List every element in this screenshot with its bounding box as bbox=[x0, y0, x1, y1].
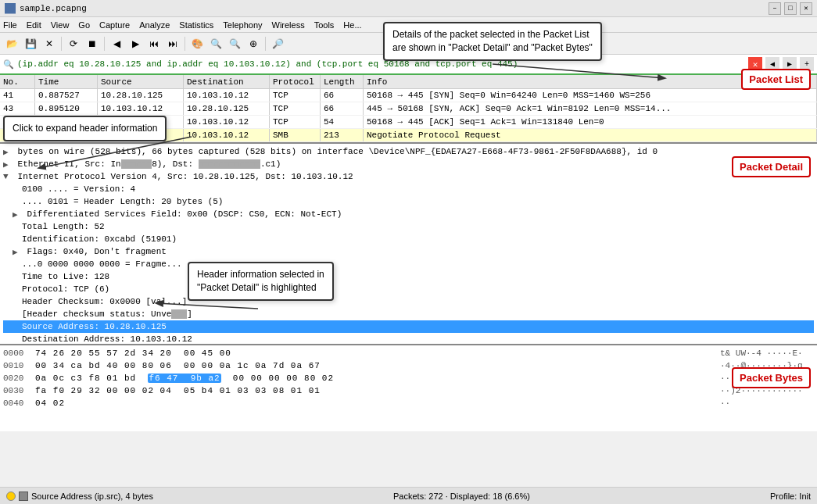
detail-line-ethernet[interactable]: ▶ Ethernet II, Src: In■■■■■■8), Dst: ■■■… bbox=[3, 158, 814, 170]
bytes-hex: 0a 0c c3 f8 01 bd f6 47 9b a2 00 00 00 0… bbox=[35, 374, 715, 383]
menu-tools[interactable]: Tools bbox=[314, 20, 335, 30]
tb-zoom-in[interactable]: 🔍 bbox=[207, 35, 224, 52]
menu-edit[interactable]: Edit bbox=[27, 20, 41, 30]
detail-line-fragoffset[interactable]: ...0 0000 0000 0000 = Fragme... bbox=[3, 258, 814, 270]
tb-back[interactable]: ◀ bbox=[108, 35, 125, 52]
maximize-button[interactable]: □ bbox=[784, 2, 797, 15]
detail-line-ipv4[interactable]: ▼ Internet Protocol Version 4, Src: 10.2… bbox=[3, 170, 814, 183]
pkt-dst: 10.103.10.12 bbox=[184, 89, 270, 102]
status-dot-yellow bbox=[6, 491, 16, 501]
detail-line-dscp[interactable]: ▶ Differentiated Services Field: 0x00 (D… bbox=[3, 208, 814, 220]
col-header-no[interactable]: No. bbox=[0, 75, 35, 88]
detail-text: 0100 .... = Version: 4 bbox=[22, 184, 135, 194]
window-title: sample.pcapng bbox=[20, 4, 87, 13]
pkt-no: 41 bbox=[0, 89, 35, 102]
table-row[interactable]: 41 0.887527 10.28.10.125 10.103.10.12 TC… bbox=[0, 89, 817, 102]
pkt-src: 10.103.10.12 bbox=[98, 102, 184, 115]
tb-open[interactable]: 📂 bbox=[3, 35, 20, 52]
menu-view[interactable]: View bbox=[51, 20, 70, 30]
detail-text: Total Length: 52 bbox=[22, 222, 105, 231]
tb-stop[interactable]: ⏹ bbox=[84, 35, 101, 52]
pkt-proto: TCP bbox=[270, 116, 321, 128]
tb-zoom-normal[interactable]: ⊕ bbox=[245, 35, 262, 52]
expand-icon: ▶ bbox=[13, 209, 22, 220]
col-header-source[interactable]: Source bbox=[98, 75, 184, 88]
detail-line-totlen[interactable]: Total Length: 52 bbox=[3, 220, 814, 233]
packet-list-header: No. Time Source Destination Protocol Len… bbox=[0, 75, 817, 89]
tb-first[interactable]: ⏮ bbox=[145, 35, 163, 52]
detail-line-checksum-status[interactable]: [Header checksum status: Unve■■■] bbox=[3, 308, 814, 320]
menu-help[interactable]: He... bbox=[343, 20, 361, 30]
detail-spacer bbox=[13, 184, 22, 194]
tb-forward[interactable]: ▶ bbox=[127, 35, 144, 52]
detail-text: bytes on wire (528 bits), 66 bytes captu… bbox=[13, 147, 658, 156]
pkt-proto: TCP bbox=[270, 102, 321, 115]
table-row[interactable]: 43 0.895120 10.103.10.12 10.28.10.125 TC… bbox=[0, 102, 817, 116]
detail-line-dstaddr[interactable]: Destination Address: 10.103.10.12 bbox=[3, 333, 814, 345]
detail-line-ttl[interactable]: Time to Live: 128 bbox=[3, 270, 814, 283]
minimize-button[interactable]: – bbox=[769, 2, 781, 15]
label-text: Packet Detail bbox=[740, 161, 803, 173]
tb-close[interactable]: ✕ bbox=[41, 35, 58, 52]
packet-detail: ▶ bytes on wire (528 bits), 66 bytes cap… bbox=[0, 144, 817, 345]
menu-go[interactable]: Go bbox=[78, 20, 90, 30]
filter-label: 🔍 bbox=[3, 59, 14, 70]
tb-colorize[interactable]: 🎨 bbox=[188, 35, 206, 52]
detail-line-proto[interactable]: Protocol: TCP (6) bbox=[3, 283, 814, 295]
menu-statistics[interactable]: Statistics bbox=[179, 20, 213, 30]
detail-text: .... 0101 = Header Length: 20 bytes (5) bbox=[22, 197, 223, 206]
detail-line-checksum[interactable]: Header Checksum: 0x0000 [val...] bbox=[3, 295, 814, 308]
pkt-info: 50168 → 445 [ACK] Seq=1 Ack=1 Win=131840… bbox=[364, 116, 817, 128]
detail-spacer bbox=[13, 197, 22, 206]
menu-telephony[interactable]: Telephony bbox=[223, 20, 262, 30]
annotation-expand-header: Click to expand header information bbox=[3, 116, 167, 141]
pkt-proto: TCP bbox=[270, 89, 321, 102]
pkt-time: 0.895120 bbox=[35, 102, 98, 115]
app-icon bbox=[5, 3, 16, 14]
expand-icon: ▶ bbox=[3, 159, 13, 170]
expand-arrow-icon: ▼ bbox=[3, 172, 13, 181]
bytes-hex: 00 34 ca bd 40 00 80 06 00 00 0a 1c 0a 7… bbox=[35, 361, 715, 370]
detail-text: Source Address: 10.28.10.125 bbox=[22, 322, 167, 331]
menu-analyze[interactable]: Analyze bbox=[139, 20, 170, 30]
detail-text: [Header checksum status: Unve■■■] bbox=[22, 309, 192, 319]
tb-restart[interactable]: ⟳ bbox=[65, 35, 82, 52]
close-button[interactable]: ✕ bbox=[800, 2, 812, 15]
tb-save[interactable]: 💾 bbox=[22, 35, 39, 52]
tb-find[interactable]: 🔎 bbox=[269, 35, 286, 52]
title-bar: sample.pcapng – □ ✕ bbox=[0, 0, 817, 17]
bytes-row: 0020 0a 0c c3 f8 01 bd f6 47 9b a2 00 00… bbox=[3, 372, 814, 384]
col-header-time[interactable]: Time bbox=[35, 75, 98, 88]
col-header-destination[interactable]: Destination bbox=[184, 75, 270, 88]
detail-line-frame[interactable]: ▶ bytes on wire (528 bits), 66 bytes cap… bbox=[3, 145, 814, 158]
status-packets: Packets: 272 · Displayed: 18 (6.6%) bbox=[393, 491, 530, 501]
detail-text: Flags: 0x40, Don't fragment bbox=[22, 247, 167, 256]
pkt-dst: 10.103.10.12 bbox=[184, 116, 270, 128]
tb-zoom-out[interactable]: 🔍 bbox=[226, 35, 243, 52]
detail-spacer bbox=[13, 297, 22, 306]
label-packet-bytes: Packet Bytes bbox=[732, 367, 811, 388]
bytes-row: 0000 74 26 20 55 57 2d 34 20 00 45 00 t&… bbox=[3, 347, 814, 359]
detail-line-srcaddr[interactable]: Source Address: 10.28.10.125 bbox=[3, 320, 814, 333]
detail-text: Protocol: TCP (6) bbox=[22, 284, 109, 294]
menu-capture[interactable]: Capture bbox=[99, 20, 130, 30]
menu-wireless[interactable]: Wireless bbox=[272, 20, 305, 30]
detail-line-hdrlen[interactable]: .... 0101 = Header Length: 20 bytes (5) bbox=[3, 195, 814, 208]
pkt-len: 213 bbox=[321, 129, 364, 141]
detail-text: Time to Live: 128 bbox=[22, 272, 109, 281]
menu-file[interactable]: File bbox=[3, 20, 17, 30]
bytes-hex: 04 02 bbox=[35, 399, 715, 408]
pkt-time: 0.887527 bbox=[35, 89, 98, 102]
tb-last[interactable]: ⏭ bbox=[164, 35, 181, 52]
detail-spacer bbox=[13, 234, 22, 244]
detail-line-flags[interactable]: ▶ Flags: 0x40, Don't fragment bbox=[3, 245, 814, 258]
detail-line-version[interactable]: 0100 .... = Version: 4 bbox=[3, 183, 814, 195]
col-header-length[interactable]: Length bbox=[321, 75, 364, 88]
filter-input[interactable] bbox=[17, 59, 745, 69]
bytes-ascii: ·· bbox=[720, 399, 814, 408]
bytes-hex: 74 26 20 55 57 2d 34 20 00 45 00 bbox=[35, 349, 715, 358]
detail-line-ident[interactable]: Identification: 0xcabd (51901) bbox=[3, 233, 814, 245]
annotation-packet-info: Details of the packet selected in the Pa… bbox=[383, 22, 602, 61]
status-source: Source Address (ip.src), 4 bytes bbox=[31, 491, 153, 501]
col-header-protocol[interactable]: Protocol bbox=[270, 75, 321, 88]
